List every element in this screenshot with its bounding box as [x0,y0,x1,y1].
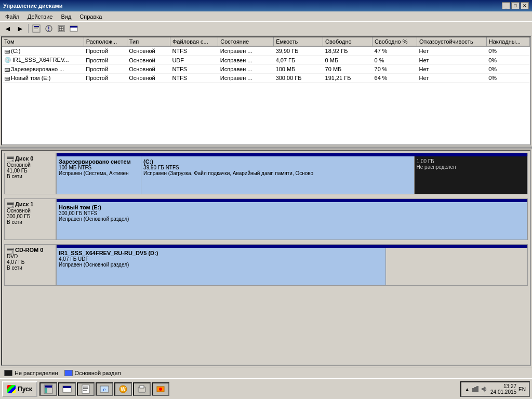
svg-rect-11 [70,26,77,28]
disk-size: 41,00 ГБ [7,168,54,174]
partitions-row: IR1_SSS_X64FREV_RU-RU_DV5 (D:) 4,07 ГБ U… [57,248,527,285]
taskbar-app-2[interactable] [58,382,76,396]
network-icon [472,385,479,393]
partition-0-0[interactable]: Зарезервировано систем 100 МБ NTFS Испра… [57,156,141,194]
taskbar-app-6[interactable] [133,382,151,396]
maximize-button[interactable]: □ [511,2,520,9]
partition-status: Не распределен [417,164,525,170]
taskbar-app-1[interactable] [39,382,57,396]
svg-point-17 [12,206,14,207]
disk-size: 300,00 ГБ [7,214,54,219]
svg-rect-23 [45,388,47,393]
taskbar-app-4[interactable]: e [96,382,113,396]
partition-status: Исправен (Основной раздел) [59,262,383,268]
menu-view[interactable]: Вид [58,13,74,20]
taskbar: Пуск e W ▲ 13:27 24.01.2015 EN [0,378,532,399]
splitter[interactable] [0,147,532,149]
col-header-state[interactable]: Состояние [218,37,274,46]
title-bar: Управление дисками _ □ ✕ [0,0,532,11]
partition-size: 1,00 ГБ [417,158,525,164]
col-header-type[interactable]: Тип [127,37,170,46]
svg-rect-16 [7,203,14,205]
taskbar-app-5[interactable]: W [114,382,132,396]
disk-label-0: Диск 0 Основной 41,00 ГБ В сети [4,153,56,194]
disk-partitions-1: Новый том (E:) 300,00 ГБ NTFS Исправен (… [56,198,528,240]
date-display: 24.01.2015 [490,389,516,395]
minimize-button[interactable]: _ [502,2,510,9]
col-header-fs[interactable]: Файловая с... [170,37,218,46]
menu-bar: Файл Действие Вид Справка [0,11,532,22]
partition-status: Исправен (Загрузка, Файл подкачки, Авари… [143,170,411,176]
partition-size: 4,07 ГБ UDF [59,256,383,262]
forward-button[interactable]: ► [15,23,26,34]
main-content: Том Располож... Тип Файловая с... Состоя… [0,35,532,378]
partition-name: Зарезервировано систем [59,158,139,165]
taskbar-apps: e W [39,382,458,396]
menu-help[interactable]: Справка [76,13,105,20]
col-header-name[interactable]: Том [2,37,84,46]
svg-rect-35 [140,385,144,388]
taskbar-app-3[interactable] [77,382,95,396]
disk-partitions-0: Зарезервировано систем 100 МБ NTFS Испра… [56,153,528,194]
disk-status: В сети [7,219,54,225]
disk-row-2: CD-ROM 0 DVD 4,07 ГБ В сети IR1_SSS_X64F… [4,244,528,286]
disk-size: 4,07 ГБ [7,259,54,265]
partition-0-1[interactable]: (C:) 39,90 ГБ NTFS Исправен (Загрузка, Ф… [141,156,414,194]
col-header-fault[interactable]: Отказоустойчивость [417,37,487,46]
partition-0-2[interactable]: 1,00 ГБ Не распределен [415,156,527,194]
svg-marker-41 [482,387,485,392]
clock: 13:27 24.01.2015 [490,383,516,395]
tool-btn-1[interactable] [31,23,42,34]
tool-btn-3[interactable] [56,23,67,34]
table-row[interactable]: 💿IR1_SSS_X64FREV... Простой Основной UDF… [2,56,530,65]
disk-label-1: Диск 1 Основной 300,00 ГБ В сети [4,198,56,240]
partition-size: 39,90 ГБ NTFS [143,165,411,170]
tool-btn-4[interactable] [68,23,79,34]
col-header-overhead[interactable]: Накладны... [486,37,529,46]
col-header-freepct[interactable]: Свободно % [373,37,417,46]
legend-bar: Не распределен Основной раздел [0,367,532,378]
col-header-capacity[interactable]: Ёмкость [274,37,323,46]
partition-1-0[interactable]: Новый том (E:) 300,00 ГБ NTFS Исправен (… [57,202,527,240]
language-indicator: EN [518,387,526,392]
toolbar-separator [28,24,29,33]
partition-2-0[interactable]: IR1_SSS_X64FREV_RU-RU_DV5 (D:) 4,07 ГБ U… [57,248,386,285]
start-button[interactable]: Пуск [2,381,37,397]
show-hidden-icon[interactable]: ▲ [464,387,470,392]
disk-name: Диск 1 [7,201,54,208]
col-header-location[interactable]: Располож... [84,37,127,46]
menu-file[interactable]: Файл [2,13,22,20]
table-row[interactable]: 🖴Новый том (E:) Простой Основной NTFS Ис… [2,74,530,83]
partitions-row: Новый том (E:) 300,00 ГБ NTFS Исправен (… [57,202,527,240]
svg-rect-39 [474,387,476,392]
windows-logo-icon [7,385,16,393]
svg-rect-2 [34,28,39,28]
back-button[interactable]: ◄ [2,23,14,34]
legend-box-primary [64,370,73,376]
volume-icon [481,385,488,393]
menu-action[interactable]: Действие [24,13,56,20]
legend-label-primary: Основной раздел [75,370,121,376]
svg-point-14 [12,160,14,162]
taskbar-app-7[interactable] [152,382,169,396]
partition-name: Новый том (E:) [59,204,525,210]
table-row[interactable]: 🖴(C:) Простой Основной NTFS Исправен ...… [2,46,530,56]
disk-name: CD-ROM 0 [7,247,54,254]
disk-partitions-2: IR1_SSS_X64FREV_RU-RU_DV5 (D:) 4,07 ГБ U… [56,244,528,286]
table-row[interactable]: 🖴Зарезервировано ... Простой Основной NT… [2,65,530,74]
disk-type: Основной [7,162,54,168]
tool-btn-2[interactable]: ! [43,23,55,34]
volume-table[interactable]: Том Располож... Тип Файловая с... Состоя… [1,36,531,145]
close-button[interactable]: ✕ [521,2,529,9]
disk-type: Основной [7,208,54,214]
col-header-free[interactable]: Свободно [323,37,373,46]
svg-rect-3 [34,29,38,29]
disk-area: Диск 0 Основной 41,00 ГБ В сети Зарезерв… [1,150,531,366]
svg-rect-25 [63,386,71,388]
disk-row-0: Диск 0 Основной 41,00 ГБ В сети Зарезерв… [4,153,528,194]
legend-label-unallocated: Не распределен [15,370,58,376]
disk-status: В сети [7,265,54,271]
partition-status: Исправен (Система, Активен [59,170,139,176]
disk-status: В сети [7,174,54,179]
time-display: 13:27 [490,383,516,389]
